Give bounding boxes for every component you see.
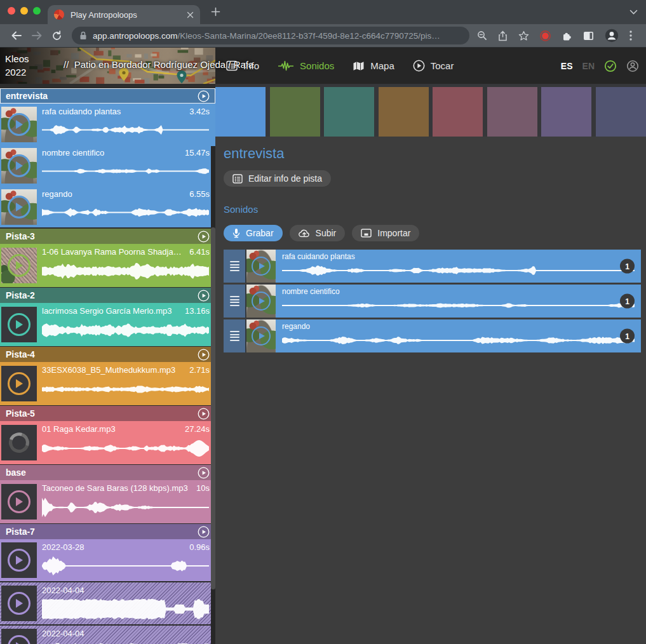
track-color-tile-2[interactable] — [270, 87, 320, 137]
track-play-icon[interactable] — [198, 349, 210, 361]
clip-meta: 2022-04-04 — [42, 586, 210, 595]
track-color-tile-6[interactable] — [487, 87, 537, 137]
extensions-puzzle-icon[interactable] — [562, 30, 572, 41]
window-close-button[interactable] — [8, 7, 15, 15]
sound-clip[interactable]: nombre cientifico15.47s — [0, 145, 215, 186]
play-icon[interactable] — [8, 196, 30, 218]
tab-close-icon[interactable] — [187, 11, 194, 18]
play-icon[interactable] — [8, 254, 30, 277]
sound-clip[interactable]: 01 Raga Kedar.mp327.24s — [0, 421, 215, 464]
app-logo[interactable]: Kleos 2022 — [5, 52, 29, 79]
clip-thumbnail[interactable] — [1, 248, 37, 283]
sound-clip[interactable]: 2022-03-280.96s — [0, 539, 215, 581]
address-bar[interactable]: app.antropoloops.com/Kleos-Santa-Marina/… — [72, 27, 469, 44]
clip-thumbnail[interactable] — [246, 319, 276, 352]
play-icon[interactable] — [8, 313, 30, 336]
track-color-tile-7[interactable] — [541, 87, 591, 137]
clip-thumbnail[interactable] — [1, 366, 37, 401]
reload-icon[interactable] — [51, 30, 62, 41]
import-button[interactable]: Importar — [352, 225, 419, 241]
track-color-tile-3[interactable] — [324, 87, 374, 137]
clip-thumbnail[interactable] — [1, 586, 37, 621]
nav-tab-mapa[interactable]: Mapa — [353, 60, 394, 71]
track-play-icon[interactable] — [198, 526, 210, 538]
track-color-tile-1[interactable] — [215, 87, 266, 137]
nav-tab-info[interactable]: Info — [226, 60, 259, 71]
clip-thumbnail[interactable] — [1, 189, 37, 225]
track-color-tile-5[interactable] — [433, 87, 483, 137]
record-indicator-icon[interactable] — [540, 30, 551, 41]
record-button[interactable]: Grabar — [224, 225, 283, 241]
play-icon[interactable] — [252, 292, 271, 311]
sound-clip[interactable]: Taconeo de Sara Baras (128 kbps).mp310s — [0, 480, 215, 523]
drag-handle-icon[interactable] — [224, 285, 246, 318]
track-play-icon[interactable] — [198, 231, 210, 243]
scrollbar-thumb[interactable] — [211, 227, 215, 589]
forward-icon[interactable] — [31, 30, 43, 41]
track-header[interactable]: Pista-3 — [0, 229, 215, 244]
track-header[interactable]: Pista-7 — [0, 524, 215, 539]
clip-thumbnail[interactable] — [1, 148, 37, 184]
drag-handle-icon[interactable] — [224, 250, 246, 283]
sound-clip[interactable]: lacrimosa Sergio García Merlo.mp313.16s — [0, 303, 215, 346]
track-header[interactable]: Pista-2 — [0, 288, 215, 303]
clip-thumbnail[interactable] — [1, 425, 37, 460]
track-play-icon[interactable] — [198, 467, 210, 479]
play-icon[interactable] — [8, 490, 30, 513]
play-icon[interactable] — [252, 326, 271, 345]
clip-thumbnail[interactable] — [1, 307, 37, 342]
track-header[interactable]: base — [0, 465, 215, 480]
browser-menu-icon[interactable] — [629, 30, 632, 41]
sound-clip[interactable]: regando6.55s — [0, 186, 215, 227]
sound-clip[interactable]: 1-06 Lavanya Rama Poorna Shadjam Rupak..… — [0, 244, 215, 287]
play-icon[interactable] — [252, 257, 271, 276]
edit-track-info-button[interactable]: Editar info de pista — [224, 170, 331, 187]
account-icon[interactable] — [626, 60, 639, 72]
profile-avatar-icon[interactable] — [605, 29, 619, 43]
side-panel-icon[interactable] — [583, 31, 594, 41]
clip-thumbnail[interactable] — [246, 250, 276, 283]
sound-row[interactable]: regando1 — [224, 319, 641, 352]
browser-tab[interactable]: Play Antropoloops — [48, 5, 200, 24]
clip-thumbnail[interactable] — [1, 484, 37, 520]
sync-check-icon[interactable] — [604, 60, 617, 72]
play-icon[interactable] — [8, 372, 30, 395]
nav-tab-tocar[interactable]: Tocar — [413, 60, 454, 72]
window-zoom-button[interactable] — [33, 7, 41, 15]
window-minimize-button[interactable] — [20, 7, 28, 15]
sound-row[interactable]: rafa cuidando plantas1 — [224, 250, 641, 283]
upload-button[interactable]: Subir — [290, 225, 346, 241]
lang-en[interactable]: EN — [582, 61, 595, 71]
track-play-icon[interactable] — [198, 290, 210, 302]
new-tab-button[interactable] — [211, 7, 220, 17]
share-icon[interactable] — [498, 30, 508, 41]
play-icon[interactable] — [8, 154, 30, 177]
tab-search-chevron-icon[interactable] — [629, 10, 638, 15]
track-header[interactable]: Pista-4 — [0, 347, 215, 362]
zoom-magnifier-icon[interactable] — [477, 30, 487, 41]
play-icon[interactable] — [8, 635, 30, 644]
sound-clip[interactable]: rafa cuidando plantas3.42s — [0, 104, 215, 145]
sound-row[interactable]: nombre cientifico1 — [224, 285, 641, 318]
track-color-tile-8[interactable] — [596, 87, 646, 137]
clip-thumbnail[interactable] — [246, 285, 276, 318]
track-header[interactable]: Pista-5 — [0, 406, 215, 421]
clip-thumbnail[interactable] — [1, 107, 37, 142]
play-icon[interactable] — [8, 113, 30, 136]
track-header[interactable]: entrevista — [0, 88, 215, 104]
nav-tab-sonidos[interactable]: Sonidos — [278, 60, 334, 72]
play-icon[interactable] — [8, 592, 30, 615]
track-color-tile-4[interactable] — [379, 87, 429, 137]
drag-handle-icon[interactable] — [224, 319, 246, 352]
clip-thumbnail[interactable] — [1, 542, 37, 578]
bookmark-star-icon[interactable] — [518, 30, 529, 41]
track-play-icon[interactable] — [198, 90, 210, 102]
lang-es[interactable]: ES — [561, 61, 573, 71]
sound-clip[interactable]: 33ESX6038_B5_Muthedukkum.mp32.71s — [0, 362, 215, 405]
clip-thumbnail[interactable] — [1, 629, 37, 644]
play-icon[interactable] — [8, 549, 30, 572]
sound-clip[interactable]: 2022-04-04 — [0, 626, 215, 644]
back-icon[interactable] — [11, 30, 22, 41]
track-play-icon[interactable] — [198, 408, 210, 420]
sound-clip[interactable]: 2022-04-04 — [0, 582, 215, 624]
